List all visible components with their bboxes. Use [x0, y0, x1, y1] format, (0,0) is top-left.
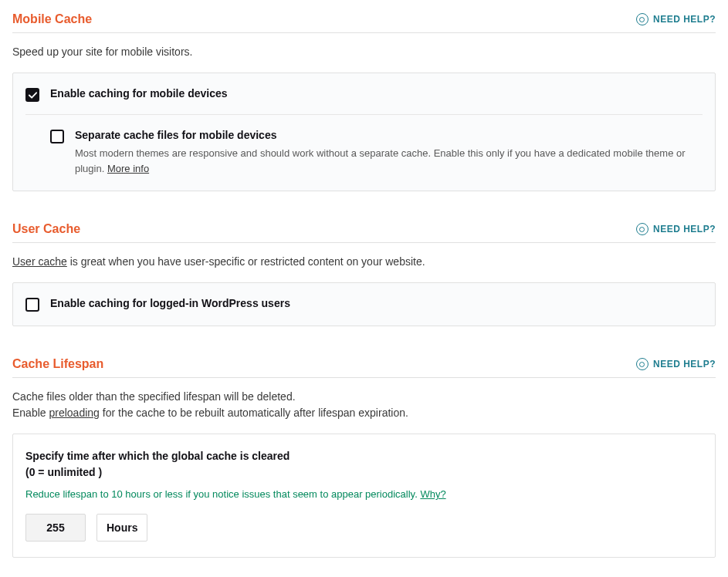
check-icon: [29, 91, 37, 100]
section-cache-lifespan: Cache Lifespan NEED HELP? Cache files ol…: [12, 357, 716, 558]
section-header: Cache Lifespan NEED HELP?: [12, 357, 716, 378]
section-description: Speed up your site for mobile visitors.: [12, 44, 716, 60]
specify-label-line2: (0 = unlimited ): [25, 464, 703, 481]
separate-cache-checkbox[interactable]: [50, 130, 64, 143]
section-header: User Cache NEED HELP?: [12, 222, 716, 243]
mobile-cache-panel: Enable caching for mobile devices Separa…: [12, 73, 716, 191]
separate-cache-subsection: Separate cache files for mobile devices …: [25, 114, 703, 177]
lifespan-value-input[interactable]: [25, 514, 86, 542]
section-title: User Cache: [12, 222, 80, 236]
specify-label-line1: Specify time after which the global cach…: [25, 448, 703, 464]
user-cache-info-link[interactable]: User cache: [12, 255, 67, 268]
separate-cache-row: Separate cache files for mobile devices …: [50, 129, 703, 177]
help-label: NEED HELP?: [653, 359, 716, 369]
more-info-link[interactable]: More info: [107, 163, 149, 174]
enable-user-caching-row: Enable caching for logged-in WordPress u…: [25, 297, 703, 312]
enable-mobile-caching-checkbox[interactable]: [25, 88, 39, 102]
section-user-cache: User Cache NEED HELP? User cache is grea…: [12, 222, 716, 326]
separate-cache-content: Separate cache files for mobile devices …: [75, 129, 703, 177]
help-label: NEED HELP?: [653, 224, 716, 235]
section-description: User cache is great when you have user-s…: [12, 254, 716, 270]
lifespan-unit-select[interactable]: Hours: [97, 514, 147, 542]
help-link[interactable]: NEED HELP?: [636, 223, 716, 235]
enable-user-caching-label: Enable caching for logged-in WordPress u…: [50, 297, 290, 309]
section-title: Mobile Cache: [12, 12, 92, 26]
separate-cache-label: Separate cache files for mobile devices: [75, 129, 703, 141]
enable-mobile-caching-row: Enable caching for mobile devices: [25, 87, 703, 102]
help-link[interactable]: NEED HELP?: [636, 358, 716, 370]
lifespan-panel: Specify time after which the global cach…: [12, 434, 716, 558]
section-description: Cache files older than the specified lif…: [12, 389, 716, 421]
lifespan-input-row: Hours: [25, 514, 703, 542]
help-icon: [636, 358, 648, 370]
help-link[interactable]: NEED HELP?: [636, 13, 716, 25]
why-link[interactable]: Why?: [420, 488, 445, 500]
help-icon: [636, 13, 648, 25]
lifespan-tip: Reduce lifespan to 10 hours or less if y…: [25, 488, 703, 500]
help-label: NEED HELP?: [653, 14, 716, 25]
enable-mobile-caching-label: Enable caching for mobile devices: [50, 87, 228, 100]
enable-user-caching-checkbox[interactable]: [25, 298, 39, 312]
separate-cache-description: Most modern themes are responsive and sh…: [75, 146, 703, 177]
preloading-link[interactable]: preloading: [49, 407, 99, 419]
user-cache-panel: Enable caching for logged-in WordPress u…: [12, 282, 716, 326]
lifespan-desc-line1: Cache files older than the specified lif…: [12, 389, 716, 405]
section-header: Mobile Cache NEED HELP?: [12, 12, 716, 33]
help-icon: [636, 223, 648, 235]
section-mobile-cache: Mobile Cache NEED HELP? Speed up your si…: [12, 12, 716, 191]
lifespan-desc-line2: Enable preloading for the cache to be re…: [12, 405, 716, 421]
section-title: Cache Lifespan: [12, 357, 103, 371]
